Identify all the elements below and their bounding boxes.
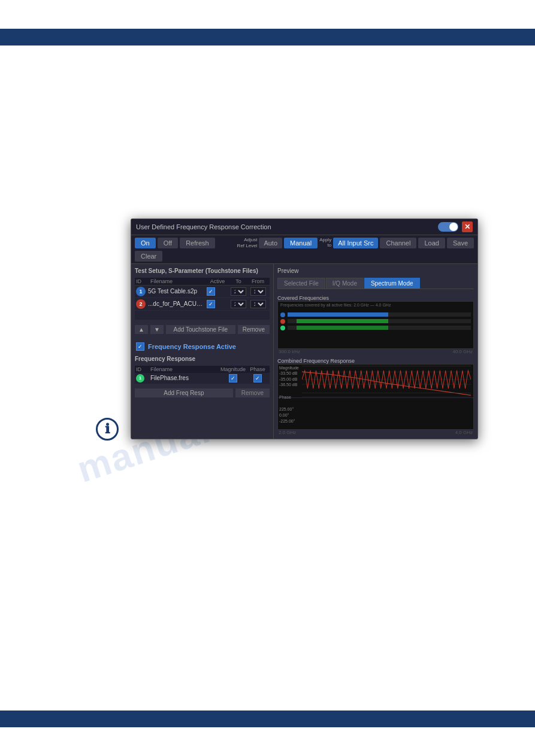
phase-divider	[278, 397, 473, 398]
sparam-table: ID Filename Active To From 1 5G Test Cab…	[135, 278, 270, 320]
freq-table-header: ID Filename Magnitude Phase	[135, 366, 270, 373]
clear-button[interactable]: Clear	[135, 251, 162, 262]
freq-bar-fill-1	[288, 312, 388, 317]
dialog-controls: ✕	[438, 221, 473, 232]
active-checkbox-2[interactable]: ✓	[207, 300, 215, 308]
freq-bar-bg-1	[288, 312, 471, 317]
freq-response-active-row: ✓ Frequency Response Active	[135, 340, 270, 353]
freq-bar-fill-2	[297, 319, 388, 323]
empty-row	[135, 311, 270, 320]
freq-active-checkbox[interactable]: ✓	[136, 342, 144, 351]
freq-bar-row-3	[280, 326, 471, 330]
freq-table: ID Filename Magnitude Phase 1 FilePhase.…	[135, 366, 270, 384]
freq-axis-left: 300.0 kHz	[279, 349, 300, 354]
chart-bottom-axis: 2.0 GHz 4.0 GHz	[277, 430, 474, 435]
freq-row-id-icon-1: 1	[136, 374, 144, 382]
preview-label: Preview	[277, 268, 474, 274]
sparam-table-header: ID Filename Active To From	[135, 278, 270, 286]
freq-actions: Add Freq Resp Remove	[135, 388, 270, 397]
close-button[interactable]: ✕	[462, 221, 473, 232]
freq-chart-axis: 300.0 kHz 40.0 GHz	[277, 349, 474, 354]
col-to-header: To	[229, 278, 247, 284]
off-button[interactable]: Off	[158, 238, 178, 248]
col-active-header: Active	[205, 278, 229, 284]
to-dropdown-2[interactable]: 2	[231, 300, 246, 308]
refresh-button[interactable]: Refresh	[180, 238, 215, 248]
mag-val-1: -33.50 dB	[279, 371, 297, 377]
freq-bar-row-1	[280, 312, 471, 317]
freq-col-filename-header: Filename	[150, 366, 219, 372]
freq-mag-checkbox-1[interactable]: ✓	[229, 374, 237, 382]
covered-freq-label: Covered Frequencies	[277, 295, 474, 301]
dialog-window: User Defined Frequency Response Correcti…	[131, 218, 478, 439]
freq-dot-3	[280, 326, 285, 330]
col-id-header: ID	[136, 278, 150, 284]
freq-axis-right: 40.0 GHz	[452, 349, 473, 354]
freq-bar-bg-2	[288, 319, 471, 323]
freq-dot-1	[280, 312, 285, 317]
remove-touchstone-button[interactable]: Remove	[238, 325, 270, 334]
to-dropdown-1[interactable]: 2	[231, 287, 246, 296]
covered-freq-section: Covered Frequencies Frequencies covered …	[277, 293, 474, 354]
combined-freq-label: Combined Frequency Response	[277, 358, 474, 364]
freq-dot-2	[280, 319, 285, 324]
phase-label: Phase	[279, 395, 291, 399]
tab-iq-mode[interactable]: I/Q Mode	[326, 278, 364, 289]
preview-tabs: Selected File I/Q Mode Spectrum Mode	[277, 278, 474, 289]
col-from-header: From	[247, 278, 268, 284]
phase-val-3: -225.00°	[279, 418, 295, 424]
section2-label: Frequency Response	[135, 356, 270, 362]
add-touchstone-button[interactable]: Add Touchstone File	[166, 325, 235, 334]
dialog-title: User Defined Frequency Response Correcti…	[136, 223, 271, 230]
info-icon-container: ℹ	[96, 418, 119, 441]
freq-active-label: Frequency Response Active	[148, 343, 236, 350]
combined-freq-section: Combined Frequency Response Magnitude -3…	[277, 358, 474, 435]
bottom-bar	[0, 711, 535, 727]
move-down-button[interactable]: ▼	[150, 325, 164, 334]
table-row: 2 ...dc_for_PA_ACUL_PAW_UserCorr.s2p ✓ 2…	[135, 298, 270, 311]
table-row: 1 5G Test Cable.s2p ✓ 2 1	[135, 286, 270, 298]
phase-chart-svg	[302, 365, 471, 394]
freq-bars-container	[280, 312, 471, 330]
freq-phase-checkbox-1[interactable]: ✓	[253, 374, 262, 382]
manual-button[interactable]: Manual	[284, 238, 318, 248]
active-checkbox-1[interactable]: ✓	[207, 287, 215, 296]
freq-bar-fill-3	[297, 326, 388, 330]
channel-button[interactable]: Channel	[380, 238, 416, 248]
from-dropdown-2[interactable]: 1	[250, 300, 266, 308]
all-input-src-button[interactable]: All Input Src	[333, 238, 378, 248]
from-dropdown-1[interactable]: 1	[250, 287, 266, 296]
magnitude-values: -33.50 dB -35.00 dB -36.50 dB	[279, 371, 297, 388]
col-filename-header: Filename	[150, 278, 205, 284]
mag-val-3: -36.50 dB	[279, 382, 297, 388]
toggle-knob	[449, 223, 458, 231]
dialog-titlebar: User Defined Frequency Response Correcti…	[131, 219, 477, 235]
freq-col-phase-header: Phase	[247, 366, 268, 372]
save-button[interactable]: Save	[447, 238, 474, 248]
toggle-switch[interactable]	[438, 222, 458, 232]
section1-label: Test Setup, S-Parameter (Touchstone File…	[135, 268, 270, 274]
freq-filename-1: FilePhase.fres	[150, 375, 219, 381]
covered-freq-chart: Frequencies covered by all active files:…	[277, 301, 474, 349]
bottom-axis-right: 4.0 GHz	[455, 430, 473, 435]
freq-col-mag-header: Magnitude	[219, 366, 247, 372]
remove-freq-resp-button[interactable]: Remove	[235, 388, 270, 397]
load-button[interactable]: Load	[418, 238, 445, 248]
filename-2: ...dc_for_PA_ACUL_PAW_UserCorr.s2p	[148, 300, 205, 307]
row-id-icon-2: 2	[136, 299, 146, 309]
move-up-button[interactable]: ▲	[135, 325, 148, 334]
tab-spectrum-mode[interactable]: Spectrum Mode	[364, 278, 420, 289]
on-button[interactable]: On	[135, 238, 156, 248]
top-bar	[0, 29, 535, 45]
add-freq-resp-button[interactable]: Add Freq Resp	[135, 388, 233, 397]
freq-bar-bg-3	[288, 326, 471, 330]
mag-val-2: -35.00 dB	[279, 377, 297, 382]
auto-button[interactable]: Auto	[259, 238, 282, 248]
tab-selected-file[interactable]: Selected File	[277, 278, 325, 289]
apply-to-label: Apply to	[319, 238, 331, 248]
freq-table-row: 1 FilePhase.fres ✓ ✓	[135, 373, 270, 384]
freq-bar-row-2	[280, 319, 471, 324]
freq-col-id-header: ID	[136, 366, 150, 372]
dialog-toolbar: On Off Refresh Adjust Ref Level Auto Man…	[131, 235, 477, 264]
magnitude-label: Magnitude	[279, 366, 299, 370]
